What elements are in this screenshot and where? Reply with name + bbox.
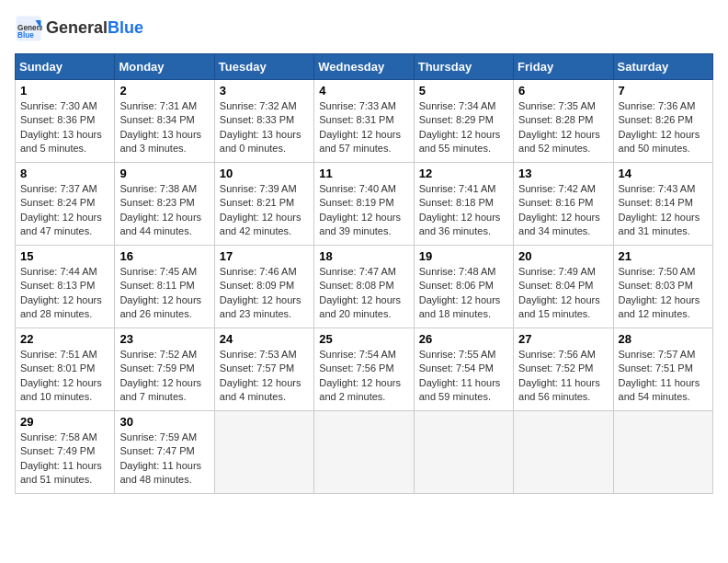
daylight-text: Daylight: 11 hours and 54 minutes.: [619, 376, 708, 405]
day-info: Sunrise: 7:58 AMSunset: 7:49 PMDaylight:…: [20, 431, 109, 488]
sunset-text: Sunset: 7:49 PM: [20, 444, 109, 458]
daylight-text: Daylight: 12 hours and 57 minutes.: [319, 128, 408, 156]
sunrise-text: Sunrise: 7:30 AM: [20, 99, 109, 113]
calendar-cell: 27Sunrise: 7:56 AMSunset: 7:52 PMDayligh…: [514, 328, 613, 411]
sunset-text: Sunset: 7:52 PM: [518, 362, 608, 375]
calendar-cell: 24Sunrise: 7:53 AMSunset: 7:57 PMDayligh…: [214, 328, 313, 411]
sunrise-text: Sunrise: 7:35 AM: [518, 99, 608, 113]
day-number: 15: [20, 249, 109, 263]
day-info: Sunrise: 7:51 AMSunset: 8:01 PMDaylight:…: [20, 348, 109, 405]
daylight-text: Daylight: 12 hours and 55 minutes.: [419, 128, 508, 156]
logo-icon: General Blue: [15, 15, 42, 42]
sunrise-text: Sunrise: 7:53 AM: [220, 348, 309, 362]
sunrise-text: Sunrise: 7:40 AM: [319, 182, 408, 196]
day-number: 29: [20, 415, 109, 429]
daylight-text: Daylight: 12 hours and 36 minutes.: [419, 211, 508, 239]
logo-text: GeneralBlue: [46, 19, 143, 38]
daylight-text: Daylight: 12 hours and 26 minutes.: [119, 293, 209, 322]
calendar-cell: 9Sunrise: 7:38 AMSunset: 8:23 PMDaylight…: [115, 163, 214, 246]
daylight-text: Daylight: 12 hours and 52 minutes.: [518, 128, 608, 156]
sunset-text: Sunset: 8:16 PM: [518, 196, 608, 210]
day-number: 16: [119, 249, 209, 263]
day-number: 21: [619, 249, 708, 263]
day-number: 8: [20, 167, 109, 180]
sunrise-text: Sunrise: 7:51 AM: [20, 348, 109, 362]
daylight-text: Daylight: 12 hours and 12 minutes.: [619, 293, 708, 322]
weekday-header-saturday: Saturday: [613, 54, 712, 80]
calendar-cell: [314, 411, 414, 494]
sunrise-text: Sunrise: 7:45 AM: [119, 265, 209, 279]
sunset-text: Sunset: 8:33 PM: [220, 113, 309, 127]
calendar-cell: 2Sunrise: 7:31 AMSunset: 8:34 PMDaylight…: [115, 80, 214, 163]
day-info: Sunrise: 7:52 AMSunset: 7:59 PMDaylight:…: [119, 348, 209, 405]
day-info: Sunrise: 7:33 AMSunset: 8:31 PMDaylight:…: [319, 99, 408, 156]
weekday-header-monday: Monday: [115, 54, 214, 80]
sunrise-text: Sunrise: 7:59 AM: [119, 431, 209, 444]
daylight-text: Daylight: 12 hours and 10 minutes.: [20, 376, 109, 405]
day-info: Sunrise: 7:37 AMSunset: 8:24 PMDaylight:…: [20, 182, 109, 239]
sunrise-text: Sunrise: 7:58 AM: [20, 431, 109, 444]
calendar-cell: 25Sunrise: 7:54 AMSunset: 7:56 PMDayligh…: [314, 328, 414, 411]
daylight-text: Daylight: 12 hours and 2 minutes.: [319, 376, 408, 405]
calendar-cell: [414, 411, 513, 494]
sunrise-text: Sunrise: 7:37 AM: [20, 182, 109, 196]
sunset-text: Sunset: 8:36 PM: [20, 113, 109, 127]
day-number: 23: [119, 332, 209, 346]
calendar-cell: 15Sunrise: 7:44 AMSunset: 8:13 PMDayligh…: [16, 246, 115, 328]
day-number: 22: [20, 332, 109, 346]
sunrise-text: Sunrise: 7:31 AM: [119, 99, 209, 113]
calendar-week-row: 22Sunrise: 7:51 AMSunset: 8:01 PMDayligh…: [16, 328, 713, 411]
logo: General Blue GeneralBlue: [15, 15, 143, 42]
calendar-cell: 19Sunrise: 7:48 AMSunset: 8:06 PMDayligh…: [414, 246, 513, 328]
day-number: 10: [220, 167, 309, 180]
sunrise-text: Sunrise: 7:43 AM: [619, 182, 708, 196]
page-header: General Blue GeneralBlue: [15, 15, 713, 42]
day-info: Sunrise: 7:35 AMSunset: 8:28 PMDaylight:…: [518, 99, 608, 156]
day-info: Sunrise: 7:53 AMSunset: 7:57 PMDaylight:…: [220, 348, 309, 405]
sunrise-text: Sunrise: 7:33 AM: [319, 99, 408, 113]
daylight-text: Daylight: 12 hours and 23 minutes.: [220, 293, 309, 322]
weekday-header-thursday: Thursday: [414, 54, 513, 80]
sunrise-text: Sunrise: 7:39 AM: [220, 182, 309, 196]
day-info: Sunrise: 7:30 AMSunset: 8:36 PMDaylight:…: [20, 99, 109, 156]
daylight-text: Daylight: 11 hours and 48 minutes.: [119, 459, 209, 488]
day-info: Sunrise: 7:47 AMSunset: 8:08 PMDaylight:…: [319, 265, 408, 322]
calendar-cell: 7Sunrise: 7:36 AMSunset: 8:26 PMDaylight…: [613, 80, 712, 163]
sunset-text: Sunset: 8:26 PM: [619, 113, 708, 127]
day-info: Sunrise: 7:54 AMSunset: 7:56 PMDaylight:…: [319, 348, 408, 405]
day-info: Sunrise: 7:38 AMSunset: 8:23 PMDaylight:…: [119, 182, 209, 239]
day-info: Sunrise: 7:45 AMSunset: 8:11 PMDaylight:…: [119, 265, 209, 322]
day-info: Sunrise: 7:50 AMSunset: 8:03 PMDaylight:…: [619, 265, 708, 322]
day-number: 25: [319, 332, 408, 346]
day-info: Sunrise: 7:40 AMSunset: 8:19 PMDaylight:…: [319, 182, 408, 239]
day-number: 20: [518, 249, 608, 263]
calendar-cell: 20Sunrise: 7:49 AMSunset: 8:04 PMDayligh…: [514, 246, 613, 328]
calendar-cell: 17Sunrise: 7:46 AMSunset: 8:09 PMDayligh…: [214, 246, 313, 328]
sunrise-text: Sunrise: 7:41 AM: [419, 182, 508, 196]
sunset-text: Sunset: 8:13 PM: [20, 279, 109, 293]
daylight-text: Daylight: 12 hours and 15 minutes.: [518, 293, 608, 322]
calendar-cell: 29Sunrise: 7:58 AMSunset: 7:49 PMDayligh…: [16, 411, 115, 494]
sunrise-text: Sunrise: 7:56 AM: [518, 348, 608, 362]
daylight-text: Daylight: 12 hours and 34 minutes.: [518, 211, 608, 239]
sunset-text: Sunset: 8:34 PM: [119, 113, 209, 127]
calendar-cell: 22Sunrise: 7:51 AMSunset: 8:01 PMDayligh…: [16, 328, 115, 411]
day-info: Sunrise: 7:32 AMSunset: 8:33 PMDaylight:…: [220, 99, 309, 156]
calendar-cell: 1Sunrise: 7:30 AMSunset: 8:36 PMDaylight…: [16, 80, 115, 163]
calendar-cell: [613, 411, 712, 494]
sunset-text: Sunset: 8:09 PM: [220, 279, 309, 293]
sunset-text: Sunset: 8:08 PM: [319, 279, 408, 293]
daylight-text: Daylight: 12 hours and 18 minutes.: [419, 293, 508, 322]
day-info: Sunrise: 7:31 AMSunset: 8:34 PMDaylight:…: [119, 99, 209, 156]
calendar-table: SundayMondayTuesdayWednesdayThursdayFrid…: [15, 53, 713, 494]
calendar-week-row: 1Sunrise: 7:30 AMSunset: 8:36 PMDaylight…: [16, 80, 713, 163]
day-number: 26: [419, 332, 508, 346]
sunset-text: Sunset: 8:29 PM: [419, 113, 508, 127]
sunset-text: Sunset: 8:01 PM: [20, 362, 109, 375]
calendar-cell: [514, 411, 613, 494]
daylight-text: Daylight: 11 hours and 56 minutes.: [518, 376, 608, 405]
sunset-text: Sunset: 8:14 PM: [619, 196, 708, 210]
day-number: 11: [319, 167, 408, 180]
sunrise-text: Sunrise: 7:49 AM: [518, 265, 608, 279]
sunrise-text: Sunrise: 7:44 AM: [20, 265, 109, 279]
